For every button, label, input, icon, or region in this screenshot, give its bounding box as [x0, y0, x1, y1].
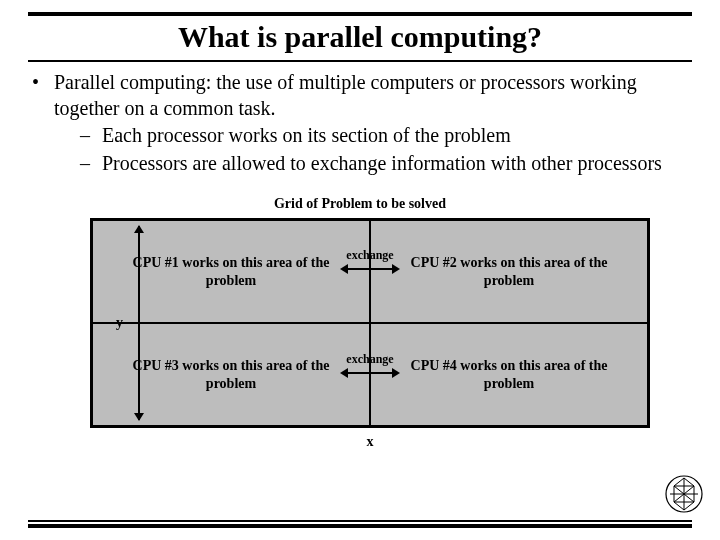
slide-title: What is parallel computing?: [28, 20, 692, 54]
diagram: Grid of Problem to be solved y CPU #1 wo…: [28, 196, 692, 490]
exchange-label: exchange: [334, 352, 406, 367]
title-rule: What is parallel computing?: [28, 12, 692, 62]
grid-holder: y CPU #1 works on this area of the probl…: [90, 218, 650, 450]
x-axis-label: x: [90, 434, 650, 450]
bullet-dash-icon: –: [80, 123, 102, 149]
bullet-list: • Parallel computing: the use of multipl…: [28, 70, 692, 176]
cpu4-cell: CPU #4 works on this area of the problem: [370, 323, 648, 426]
bullet-dot-icon: •: [32, 70, 54, 121]
bullet-text: Parallel computing: the use of multiple …: [54, 70, 692, 121]
bullet-dash-icon: –: [80, 151, 102, 177]
bullet-text: Processors are allowed to exchange infor…: [102, 151, 692, 177]
cpu3-cell: CPU #3 works on this area of the problem: [92, 323, 370, 426]
logo-icon: [664, 474, 704, 514]
problem-grid: CPU #1 works on this area of the problem…: [90, 218, 650, 428]
cpu4-label: CPU #4 works on this area of the problem: [399, 357, 619, 392]
cpu1-label: CPU #1 works on this area of the problem: [121, 254, 341, 289]
cpu1-cell: CPU #1 works on this area of the problem: [92, 220, 370, 323]
exchange-bottom: exchange: [334, 352, 406, 378]
bullet-level2: – Each processor works on its section of…: [32, 123, 692, 149]
exchange-label: exchange: [334, 248, 406, 263]
cpu3-label: CPU #3 works on this area of the problem: [121, 357, 341, 392]
bullet-level1: • Parallel computing: the use of multipl…: [32, 70, 692, 121]
double-arrow-horizontal-icon: [340, 264, 400, 274]
footer-rule: [28, 520, 692, 526]
bullet-text: Each processor works on its section of t…: [102, 123, 692, 149]
grid-caption: Grid of Problem to be solved: [28, 196, 692, 212]
cpu2-label: CPU #2 works on this area of the problem: [399, 254, 619, 289]
exchange-top: exchange: [334, 248, 406, 274]
double-arrow-horizontal-icon: [340, 368, 400, 378]
slide: What is parallel computing? • Parallel c…: [0, 0, 720, 500]
bullet-level2: – Processors are allowed to exchange inf…: [32, 151, 692, 177]
cpu2-cell: CPU #2 works on this area of the problem: [370, 220, 648, 323]
